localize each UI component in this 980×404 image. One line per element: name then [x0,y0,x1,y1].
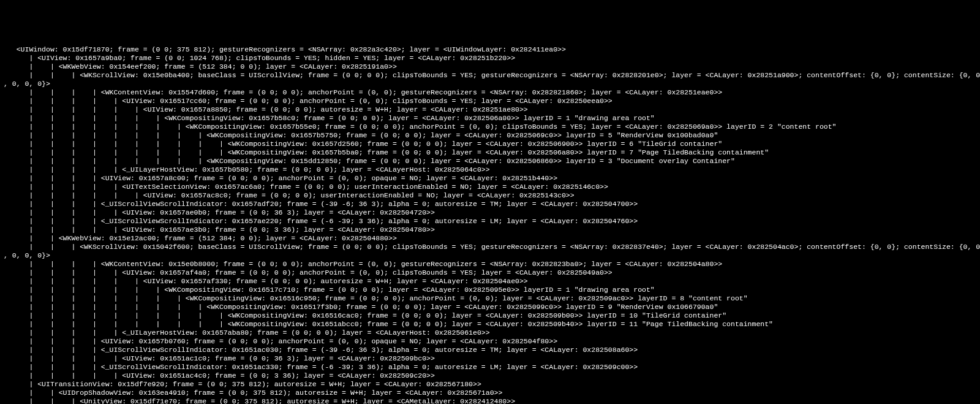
console-output: <UIWindow: 0x15df71870; frame = (0 0; 37… [0,43,980,404]
log-line: | | <UIDropShadowView: 0x163ea4910; fram… [4,389,976,397]
log-line: | <UITransitionView: 0x15df7e920; frame … [4,380,976,389]
log-line: <UIWindow: 0x15df71870; frame = (0 0; 37… [4,45,976,54]
log-line: | <UIView: 0x1657a9ba0; frame = (0 0; 10… [4,54,976,63]
log-line: | | | | | <_UILayerHostView: 0x1657aba80… [4,329,976,337]
log-line: | | <WKWebView: 0x154eef200; frame = (51… [4,63,976,71]
log-line: | | | | | | | <WKCompositingView: 0x1651… [4,286,976,294]
log-line: | | | | | | | | | <WKCompositingView: 0x… [4,303,976,311]
log-line: | | | | | <UIView: 0x1651ac4c0; frame = … [4,372,976,380]
log-line: | | | | | <UIView: 0x1657ae0b0; frame = … [4,208,976,217]
log-line: | | | | | | | | | | <WKCompositingView: … [4,140,976,148]
log-line: | | | | | | <UIView: 0x1657ac8c0; frame … [4,191,976,200]
log-line: | | | | <WKContentView: 0x15547d600; fra… [4,88,976,97]
log-line: | | | | <_UIScrollViewScrollIndicator: 0… [4,217,976,226]
log-line: | | | | | | | | | | <WKCompositingView: … [4,311,976,320]
log-line: | | | | | <UITextSelectionView: 0x1657ac… [4,183,976,191]
log-line: | | | | | <UIView: 0x1657ae3b0; frame = … [4,226,976,234]
log-line: | | | | | <_UILayerHostView: 0x1657b0580… [4,166,976,174]
log-line: | | | | | <UIView: 0x1657af4a0; frame = … [4,269,976,277]
log-line: | | | | | | <UIView: 0x1657af330; frame … [4,277,976,286]
log-line: | | | | <_UIScrollViewScrollIndicator: 0… [4,363,976,372]
log-line: | | | | <_UIScrollViewScrollIndicator: 0… [4,200,976,208]
log-line: | | | | <WKContentView: 0x15e0b8000; fra… [4,260,976,269]
log-line: | | | | | <UIView: 0x1651ac1c0; frame = … [4,354,976,363]
log-line-wrap: , 0, 0, 0}> [4,80,976,88]
log-line: | | | | <UIView: 0x1657a8c00; frame = (0… [4,174,976,183]
log-line: | | | | | | | | <WKCompositingView: 0x16… [4,123,976,131]
log-line: | | | <UnityView: 0x15df71e70; frame = (… [4,397,976,404]
log-line: | | | | | | | | | | <WKCompositingView: … [4,320,976,329]
log-line: | | | | | | | | | <WKCompositingView: 0x… [4,131,976,140]
log-line: | | | <WKScrollView: 0x15e0ba400; baseCl… [4,71,976,80]
log-line: | | | | | | | <WKCompositingView: 0x1657… [4,114,976,123]
log-line: | | | | <_UIScrollViewScrollIndicator: 0… [4,346,976,354]
log-line: | | | | | <UIView: 0x16517cc60; frame = … [4,97,976,105]
log-line: | | | | | | <UIView: 0x1657a8850; frame … [4,105,976,114]
log-line: | | | | <UIView: 0x1657b0760; frame = (0… [4,337,976,346]
log-line: | | | | | | | | <WKCompositingView: 0x16… [4,294,976,303]
log-line: | | | | | | | | | <WKCompositingView: 0x… [4,157,976,166]
log-line-wrap: , 0, 0, 0}> [4,251,976,260]
log-line: | | | <WKScrollView: 0x15042f600; baseCl… [4,243,976,251]
log-line: | | | | | | | | | | <WKCompositingView: … [4,148,976,157]
log-line: | | <WKWebView: 0x15e12ac00; frame = (51… [4,234,976,243]
